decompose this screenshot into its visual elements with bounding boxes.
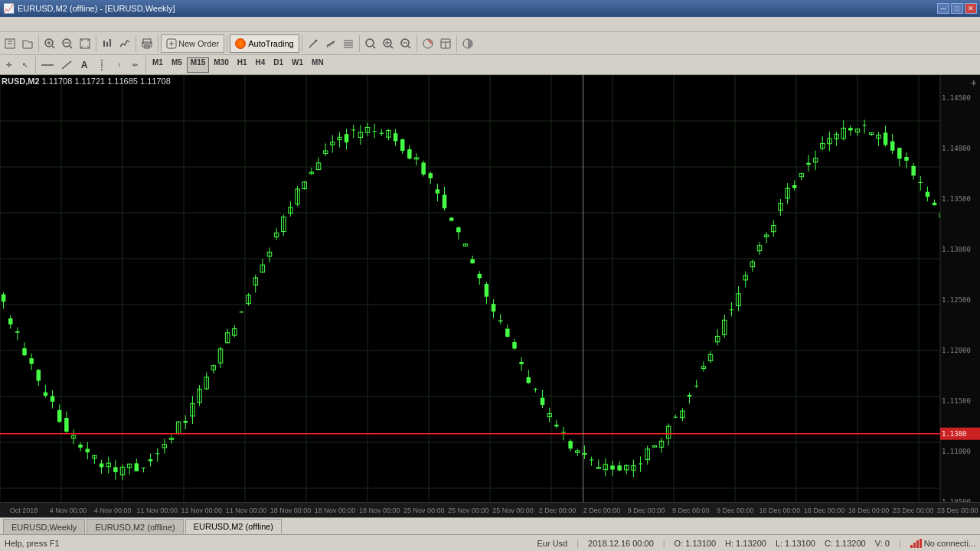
status-low: L: 1.13100 [776,539,815,548]
title-bar-title: EURUSD,M2 (offline) - [EURUSD,Weekly] [18,4,175,13]
svg-line-29 [373,46,375,48]
tf-mn-button[interactable]: MN [308,57,328,73]
indicators-button[interactable] [420,34,436,53]
tf-m30-button[interactable]: M30 [210,57,232,73]
status-help-text: Help, press F1 [5,539,531,548]
title-bar-left: 📈 EURUSD,M2 (offline) - [EURUSD,Weekly] [3,3,175,14]
new-chart-button[interactable] [2,34,18,53]
trend-tool-button[interactable] [57,57,76,73]
hline-tool-button[interactable] [38,57,57,73]
toolbar1: New Order AutoTrading [0,32,980,55]
tab-1[interactable]: EURUSD,M2 (offline) [87,519,183,534]
svg-line-35 [408,46,410,48]
time-label: 11 Nov 00:00 [179,507,224,514]
tf-w1-button[interactable]: W1 [288,57,307,73]
zoom-sel-button[interactable] [362,34,379,53]
color-button[interactable] [459,34,476,53]
minimize-button[interactable]: ─ [937,3,949,14]
time-label: 25 Nov 00:00 [402,507,446,514]
auto-trading-icon [235,38,246,49]
time-label: Oct 2018 [2,507,46,514]
toolbar-sep-1 [38,35,39,52]
auto-trading-label: AutoTrading [248,39,294,48]
tf-m1-button[interactable]: M1 [149,57,167,73]
tf-h4-button[interactable]: H4 [252,57,270,73]
open-button[interactable] [19,34,36,53]
toolbar2: ✛ ↖ A ↑ ✏ M1 M5 M15 M30 H1 H4 D1 W1 MN [0,55,980,75]
zoom-in2-button[interactable] [380,34,397,53]
new-order-label: New Order [178,39,219,48]
maximize-button[interactable]: □ [951,3,963,14]
arrow-tool-button[interactable]: ↖ [18,57,33,73]
status-symbol: Eur Usd [537,539,568,548]
tf-d1-button[interactable]: D1 [270,57,287,73]
tab-0[interactable]: EURUSD,Weekly [3,519,85,534]
channel-button[interactable] [322,34,339,53]
time-label: 18 Nov 00:00 [268,507,312,514]
arrow-up-tool-button[interactable]: ↑ [112,57,127,73]
time-axis: Oct 20184 Nov 00:004 Nov 00:0011 Nov 00:… [0,502,980,517]
time-label: 25 Nov 00:00 [446,507,491,514]
time-label: 4 Nov 00:00 [90,507,135,514]
svg-rect-11 [103,41,105,47]
period-sep-tool-button[interactable] [93,57,111,73]
crosshair-indicator: + [971,77,977,89]
chart-type-button[interactable] [99,34,116,53]
time-label: 23 Dec 00:00 [936,507,980,514]
tf-m15-button[interactable]: M15 [187,57,209,73]
svg-line-43 [62,61,71,69]
time-label: 16 Dec 00:00 [846,507,890,514]
time-label: 4 Nov 00:00 [46,507,90,514]
toolbar-sep-8 [416,35,417,52]
toolbar-sep-9 [456,35,457,52]
time-label: 16 Dec 00:00 [802,507,846,514]
trend-button[interactable] [305,34,322,53]
chart-container[interactable]: RUSD,M2 1.11708 1.11721 1.11685 1.11708 … [0,75,980,502]
status-high: H: 1.13200 [725,539,766,548]
status-volume: V: 0 [875,539,890,548]
bar1 [910,545,913,548]
status-right: Eur Usd | 2018.12.16 00:00 | O: 1.13100 … [537,539,976,548]
price-chart[interactable] [0,75,980,502]
toolbar-sep-4 [158,35,158,52]
zoom-fit-button[interactable] [77,34,93,53]
status-datetime: 2018.12.16 00:00 [588,539,654,548]
chart-settings-button[interactable] [437,34,454,53]
app-logo-icon: 📈 [3,3,15,14]
close-button[interactable]: ✕ [965,3,977,14]
toolbar-sep-7 [359,35,360,52]
time-label: 18 Nov 00:00 [313,507,358,514]
status-open: O: 1.13100 [675,539,716,548]
svg-rect-15 [142,42,152,47]
toolbar-sep-6 [302,35,302,52]
svg-rect-12 [106,42,108,47]
time-label: 11 Nov 00:00 [135,507,179,514]
tab-2[interactable]: EURUSD,M2 (offline) [185,519,282,534]
new-order-button[interactable]: New Order [161,34,224,53]
pen-tool-button[interactable]: ✏ [128,57,143,73]
connection-label: No connecti... [924,539,975,548]
text-tool-button[interactable]: A [77,57,92,73]
tf-m5-button[interactable]: M5 [168,57,186,73]
tf-h1-button[interactable]: H1 [234,57,251,73]
crosshair-tool-button[interactable]: ✛ [2,57,17,73]
title-bar-controls: ─ □ ✕ [937,3,977,14]
status-bar: Help, press F1 Eur Usd | 2018.12.16 00:0… [0,534,980,551]
bar4 [920,539,922,548]
fib-button[interactable] [340,34,357,53]
time-label: 2 Dec 00:00 [535,507,580,514]
zoom-out-button[interactable] [59,34,76,53]
time-label: 9 Dec 00:00 [624,507,668,514]
toolbar-sep-3 [136,35,136,52]
svg-line-31 [390,46,393,48]
time-label: 2 Dec 00:00 [580,507,624,514]
print-button[interactable] [139,34,155,53]
svg-point-28 [366,39,374,47]
zoom-in-button[interactable] [41,34,58,53]
toolbar-sep-2 [96,35,96,52]
time-label: 25 Nov 00:00 [491,507,535,514]
tab-bar: EURUSD,WeeklyEURUSD,M2 (offline)EURUSD,M… [0,517,980,534]
line-chart-button[interactable] [116,34,133,53]
auto-trading-button[interactable]: AutoTrading [230,34,299,53]
zoom-out2-button[interactable] [397,34,414,53]
